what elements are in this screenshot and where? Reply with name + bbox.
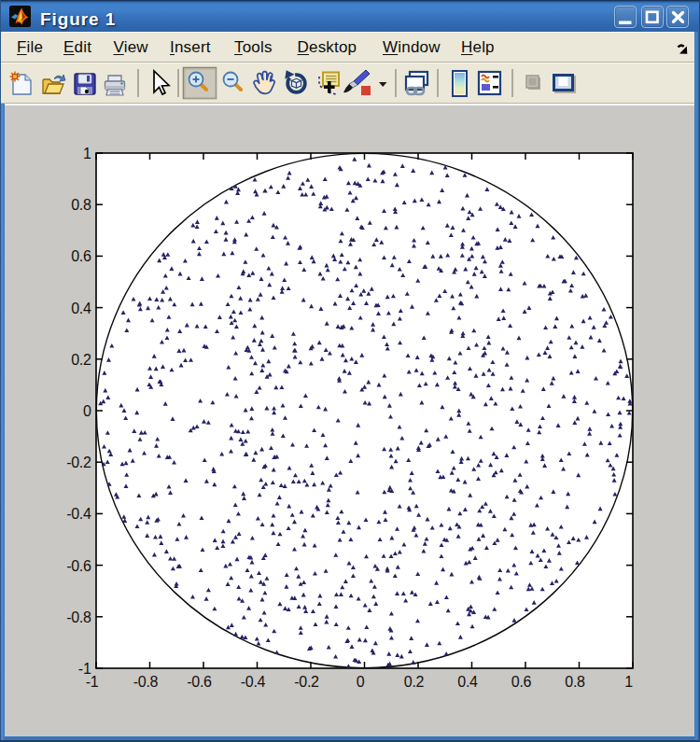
svg-text:0.2: 0.2: [404, 674, 425, 690]
svg-text:0: 0: [83, 403, 91, 419]
svg-text:0.8: 0.8: [71, 197, 91, 213]
svg-text:-0.4: -0.4: [241, 674, 266, 690]
svg-text:0.4: 0.4: [71, 301, 91, 316]
svg-text:-1: -1: [78, 661, 91, 677]
svg-text:-0.6: -0.6: [66, 558, 91, 574]
svg-text:0.4: 0.4: [457, 674, 478, 690]
svg-text:0.6: 0.6: [71, 248, 91, 264]
svg-text:-0.6: -0.6: [187, 674, 212, 690]
svg-text:-0.2: -0.2: [294, 674, 319, 690]
svg-text:0.6: 0.6: [511, 674, 532, 690]
svg-text:-0.8: -0.8: [66, 609, 91, 625]
svg-text:1: 1: [624, 674, 633, 690]
svg-text:-0.4: -0.4: [66, 506, 91, 522]
svg-text:0.8: 0.8: [565, 674, 585, 690]
svg-text:0.2: 0.2: [71, 352, 91, 368]
svg-text:-0.2: -0.2: [66, 455, 91, 470]
svg-text:-0.8: -0.8: [133, 674, 159, 690]
svg-text:1: 1: [83, 146, 91, 161]
svg-text:0: 0: [357, 674, 365, 690]
